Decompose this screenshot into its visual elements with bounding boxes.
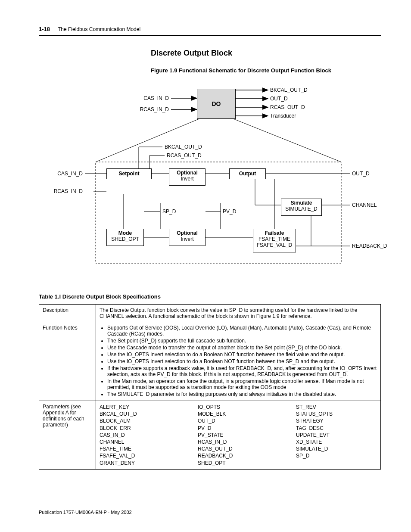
functional-schematic: DO CAS_IN_D RCAS_IN_D BKCAL_OUT_D OUT_D …	[40, 82, 380, 276]
parameter-item: BKCAL_OUT_D	[100, 411, 181, 417]
do-block: DO	[197, 89, 236, 119]
parameter-item: CAS_IN_D	[100, 432, 181, 439]
box-mode: ModeSHED_OPT	[106, 229, 144, 246]
parameter-item: UPDATE_EVT	[296, 432, 377, 439]
label-pv-d: PV_D	[223, 208, 236, 215]
parameter-item: FSAFE_VAL_D	[100, 452, 181, 459]
label-rcas-out-d-top: RCAS_OUT_D	[270, 104, 305, 110]
label-out-d-top: OUT_D	[270, 96, 288, 102]
parameter-item: RCAS_OUT_D	[198, 445, 279, 452]
parameter-item: STRATEGY	[296, 417, 377, 424]
section-title: Discrete Output Block	[151, 49, 381, 58]
row-parameters-text: ALERT_KEYBKCAL_OUT_DBLOCK_ALMBLOCK_ERRCA…	[96, 401, 381, 470]
page-number: 1-18	[39, 26, 50, 32]
row-parameters-label: Parameters (see Appendix A for definitio…	[39, 401, 96, 470]
row-description-text: The Discrete Output function block conve…	[96, 305, 381, 322]
parameter-item: PV_STATE	[198, 432, 279, 439]
box-output: Output	[229, 168, 266, 179]
function-note-item: Use the IO_OPTS Invert selection to do a…	[107, 352, 377, 358]
function-note-item: Supports Out of Service (OOS), Local Ove…	[107, 325, 377, 337]
parameter-item: TAG_DESC	[296, 425, 377, 432]
parameter-item: XD_STATE	[296, 439, 377, 445]
label-bkcal-out-d-top: BKCAL_OUT_D	[270, 87, 308, 93]
row-function-notes-label: Function Notes	[39, 322, 96, 401]
spec-table: Description The Discrete Output function…	[39, 304, 381, 470]
footer-publication: Publication 1757-UM006A-EN-P - May 2002	[39, 510, 132, 515]
box-simulate: SimulateSIMULATE_D	[281, 199, 322, 216]
label-channel: CHANNEL	[352, 202, 377, 208]
box-setpoint: Setpoint	[106, 168, 152, 179]
label-cas-in-d-top: CAS_IN_D	[139, 95, 169, 101]
label-bkcal-out-d: BKCAL_OUT_D	[165, 144, 202, 150]
parameter-item: RCAS_IN_D	[198, 439, 279, 445]
table-caption: Table 1.I Discrete Output Block Specific…	[39, 293, 381, 300]
parameter-item: ALERT_KEY	[100, 404, 181, 411]
function-note-item: Use the IO_OPTS Invert selection to do a…	[107, 358, 377, 364]
parameter-item: SHED_OPT	[198, 460, 279, 467]
label-rcas-out-d: RCAS_OUT_D	[167, 152, 202, 159]
box-optional-2: OptionalInvert	[169, 229, 206, 246]
figure-caption: Figure 1.9 Functional Schematic for Disc…	[151, 67, 381, 74]
parameter-item: BLOCK_ALM	[100, 417, 181, 424]
label-out-d: OUT_D	[352, 171, 370, 177]
parameter-item: SP_D	[296, 452, 377, 459]
parameter-item: ST_REV	[296, 404, 377, 411]
function-note-item: The SIMULATE_D parameter is for testing …	[107, 391, 377, 397]
parameter-item: FSAFE_TIME	[100, 445, 181, 452]
row-description-label: Description	[39, 305, 96, 322]
label-sp-d: SP_D	[162, 208, 176, 215]
label-rcas-in-d-top: RCAS_IN_D	[137, 106, 169, 112]
box-failsafe: FailsafeFSAFE_TIMEFSAFE_VAL_D	[253, 229, 296, 252]
chapter-title: The Fieldbus Communication Model	[58, 26, 140, 32]
row-function-notes-text: Supports Out of Service (OOS), Local Ove…	[96, 322, 381, 401]
parameter-item: READBACK_D	[198, 452, 279, 459]
function-note-item: Use the Cascade mode to transfer the out…	[107, 345, 377, 351]
function-note-item: If the hardware supports a readback valu…	[107, 365, 377, 377]
parameter-item: OUT_D	[198, 417, 279, 424]
parameter-item: PV_D	[198, 425, 279, 432]
parameter-item: CHANNEL	[100, 439, 181, 445]
svg-line-7	[234, 119, 341, 162]
label-rcas-in-d: RCAS_IN_D	[48, 188, 83, 194]
label-cas-in-d: CAS_IN_D	[50, 171, 83, 177]
parameter-item: MODE_BLK	[198, 411, 279, 417]
parameter-item: IO_OPTS	[198, 404, 279, 411]
box-optional-1: OptionalInvert	[169, 168, 206, 186]
label-transducer: Transducer	[270, 113, 296, 119]
parameter-item: GRANT_DENY	[100, 460, 181, 467]
function-note-item: In the Man mode, an operator can force t…	[107, 378, 377, 390]
function-note-item: The Set point (SP_D) supports the full c…	[107, 338, 377, 344]
page-header: 1-18 The Fieldbus Communication Model	[39, 26, 381, 36]
parameter-item: SIMULATE_D	[296, 445, 377, 452]
label-readback-d: READBACK_D	[352, 243, 387, 249]
parameter-item: BLOCK_ERR	[100, 425, 181, 432]
parameter-item: STATUS_OPTS	[296, 411, 377, 417]
